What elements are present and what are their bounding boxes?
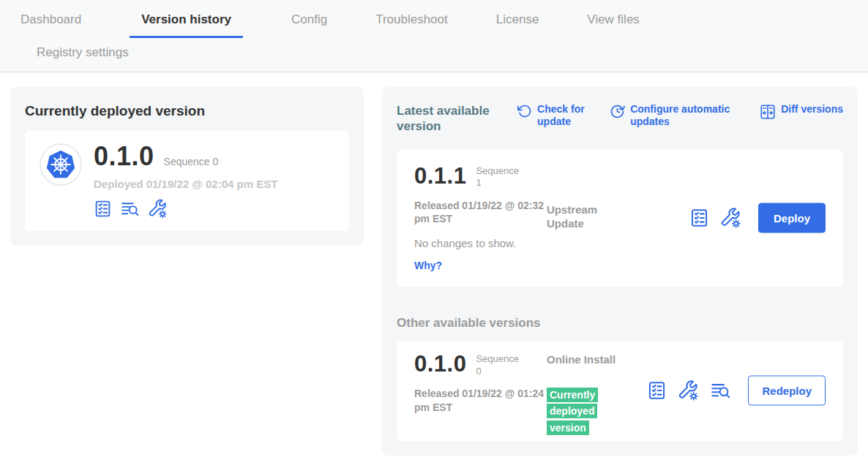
diff-icon	[760, 103, 776, 123]
tab-license[interactable]: License	[496, 12, 539, 36]
latest-sequence-label: Sequence 1	[476, 165, 525, 190]
configure-updates-label: Configure automatic updates	[630, 103, 741, 128]
available-versions-panel: Latest available version Check for updat…	[382, 87, 858, 456]
main-nav: Dashboard Version history Config Trouble…	[0, 0, 868, 38]
other-version-source: Online Install	[547, 352, 616, 367]
main-content: Currently deployed version	[0, 72, 868, 456]
refresh-icon	[517, 103, 532, 121]
deployed-timestamp: Deployed 01/19/22 @ 02:04 pm EST	[94, 178, 277, 190]
other-released-timestamp: Released 01/19/22 @ 01:24 pm EST	[414, 387, 545, 413]
currently-deployed-badge: Currently deployed version	[547, 388, 598, 435]
deploy-logs-icon[interactable]	[710, 381, 731, 401]
other-version-actions: Redeploy	[647, 376, 826, 406]
edit-config-icon[interactable]	[678, 380, 699, 401]
schedule-update-icon	[610, 103, 625, 122]
currently-deployed-title: Currently deployed version	[25, 103, 349, 119]
other-version-card: 0.1.0 Sequence 0 Released 01/19/22 @ 01:…	[397, 341, 843, 441]
secondary-nav: Registry settings	[0, 38, 868, 72]
other-version-info: 0.1.0 Sequence 0 Released 01/19/22 @ 01:…	[414, 352, 550, 414]
latest-version-source: Upstream Update	[547, 203, 616, 231]
preflight-checks-icon[interactable]	[94, 200, 112, 218]
tab-registry-settings[interactable]: Registry settings	[37, 45, 129, 68]
no-changes-text: No changes to show.	[414, 237, 550, 249]
other-versions-title: Other available versions	[397, 316, 843, 331]
tab-dashboard[interactable]: Dashboard	[20, 12, 81, 36]
latest-available-title: Latest available version	[397, 103, 499, 135]
latest-released-timestamp: Released 01/19/22 @ 02:32 pm EST	[414, 199, 545, 225]
check-for-update-label: Check for update	[537, 103, 591, 128]
edit-config-icon[interactable]	[720, 208, 741, 229]
latest-version-info: 0.1.1 Sequence 1 Released 01/19/22 @ 02:…	[414, 165, 550, 272]
diff-versions-link[interactable]: Diff versions	[760, 103, 843, 123]
tab-config[interactable]: Config	[291, 12, 327, 36]
latest-version-card: 0.1.1 Sequence 1 Released 01/19/22 @ 02:…	[397, 150, 843, 287]
latest-version-actions: Deploy	[689, 203, 826, 233]
redeploy-button[interactable]: Redeploy	[748, 376, 826, 406]
deployed-version-info: 0.1.0 Sequence 0 Deployed 01/19/22 @ 02:…	[94, 143, 277, 219]
configure-updates-link[interactable]: Configure automatic updates	[610, 103, 741, 128]
deployed-action-icons	[94, 199, 277, 219]
preflight-checks-icon[interactable]	[689, 208, 709, 228]
diff-versions-label: Diff versions	[781, 103, 843, 116]
why-link[interactable]: Why?	[414, 260, 442, 271]
other-sequence-label: Sequence 0	[476, 353, 525, 378]
tab-view-files[interactable]: View files	[587, 12, 640, 36]
deployed-sequence-label: Sequence 0	[164, 156, 219, 167]
preflight-checks-icon[interactable]	[647, 381, 667, 401]
latest-version-number: 0.1.1	[414, 165, 466, 187]
tab-troubleshoot[interactable]: Troubleshoot	[375, 12, 448, 36]
deploy-button[interactable]: Deploy	[758, 203, 826, 233]
latest-version-header: Latest available version Check for updat…	[397, 102, 843, 135]
check-for-update-link[interactable]: Check for update	[517, 103, 591, 128]
edit-config-icon[interactable]	[148, 199, 168, 219]
kubernetes-logo	[40, 143, 82, 186]
app-header: Dashboard Version history Config Trouble…	[0, 0, 868, 72]
currently-deployed-panel: Currently deployed version	[10, 87, 364, 246]
other-version-number: 0.1.0	[414, 352, 466, 375]
deploy-logs-icon[interactable]	[120, 200, 140, 218]
deployed-version-card: 0.1.0 Sequence 0 Deployed 01/19/22 @ 02:…	[25, 131, 349, 231]
deployed-version-number: 0.1.0	[94, 143, 154, 170]
tab-version-history[interactable]: Version history	[130, 12, 243, 38]
currently-deployed-badge-wrap: Currently deployed version	[547, 387, 608, 437]
